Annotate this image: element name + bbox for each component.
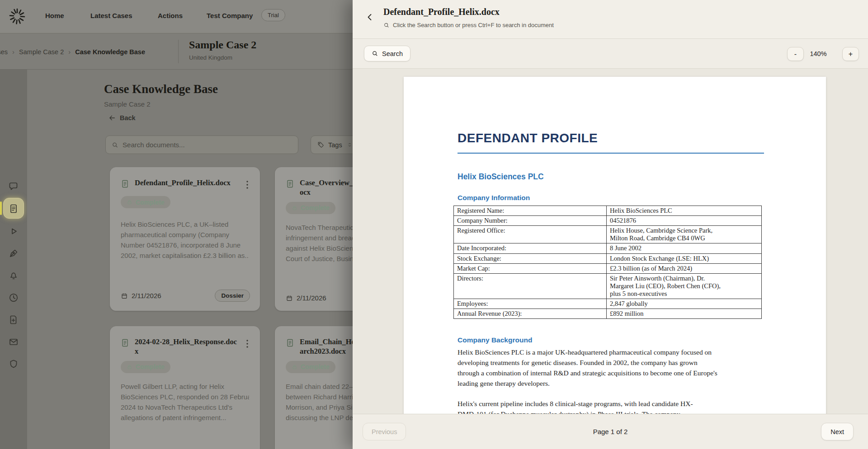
search-input[interactable]: [123, 141, 292, 149]
nav-item-latest-cases[interactable]: Latest Cases: [90, 12, 132, 19]
viewer-header: Defendant_Profile_Helix.docx Click the S…: [353, 0, 868, 39]
page-indicator: Page 1 of 2: [353, 428, 868, 435]
breadcrumb-separator: ›: [12, 48, 14, 56]
zoom-level: 140%: [807, 50, 830, 57]
file-icon: [286, 179, 294, 189]
pen-icon[interactable]: [8, 248, 19, 259]
breadcrumb: Cases › Sample Case 2 › Case Knowledge B…: [0, 48, 145, 56]
status-badge: Complete: [286, 361, 335, 373]
tags-label: Tags: [328, 141, 342, 149]
back-label: Back: [120, 114, 136, 122]
viewer-footer: Previous Page 1 of 2 Next: [353, 414, 868, 449]
document-card[interactable]: Defendant_Profile_Helix.docx Complete He…: [110, 167, 260, 311]
back-link[interactable]: Back: [108, 114, 136, 122]
documents-icon[interactable]: [8, 203, 19, 214]
table-row: Employees:2,847 globally: [454, 299, 762, 309]
document-title: 2024-02-28_Helix_Response.docx: [135, 337, 247, 356]
nav-item-test-company[interactable]: Test Company: [207, 12, 253, 19]
lock-icon: [127, 199, 132, 205]
play-icon[interactable]: [8, 226, 19, 237]
company-information-table: Registered Name:Helix BioSciences PLC Co…: [453, 206, 762, 319]
close-viewer-button[interactable]: [364, 12, 375, 23]
status-badge: Complete: [286, 202, 335, 214]
app-logo-icon[interactable]: [8, 7, 26, 25]
sort-chevrons-icon: [347, 142, 353, 148]
card-menu-button[interactable]: [244, 180, 251, 190]
chat-icon[interactable]: [8, 181, 19, 192]
mail-icon[interactable]: [8, 337, 19, 347]
viewer-search-button[interactable]: Search: [364, 46, 410, 61]
document-viewport[interactable]: DEFENDANT PROFILE Helix BioSciences PLC …: [353, 69, 868, 414]
table-row: Date Incorporated:8 June 2002: [454, 243, 762, 253]
doc-company-heading: Helix BioSciences PLC: [458, 172, 544, 182]
tag-icon: [317, 141, 325, 149]
document-summary: Powell Gilbert LLP, acting for HelixBioS…: [121, 381, 249, 423]
doc-title-rule: [458, 153, 764, 154]
file-icon: [121, 338, 129, 348]
document-tag[interactable]: Dossier: [215, 290, 250, 302]
breadcrumb-separator: ›: [68, 48, 71, 56]
document-date: 2/11/2026: [286, 294, 326, 302]
doc-heading-title: DEFENDANT PROFILE: [458, 131, 598, 145]
chevron-left-icon: [364, 12, 375, 23]
table-row: Market Cap:£2.3 billion (as of March 202…: [454, 263, 762, 273]
divider: [178, 40, 179, 63]
breadcrumb-current-page: Case Knowledge Base: [75, 48, 145, 56]
doc-section-company-information: Company Information: [458, 194, 530, 202]
viewer-document-title: Defendant_Profile_Helix.docx: [383, 7, 500, 17]
bell-icon[interactable]: [8, 270, 19, 281]
table-row: Directors:Sir Peter Ainsworth (Chairman)…: [454, 273, 762, 299]
table-row: Registered Office:Helix House, Cambridge…: [454, 226, 762, 243]
search-icon: [383, 22, 390, 28]
search-icon: [112, 141, 118, 149]
trial-badge: Trial: [261, 9, 285, 21]
table-row: Annual Revenue (2023):£892 million: [454, 309, 762, 319]
document-search-field[interactable]: [105, 136, 298, 154]
nav-item-actions[interactable]: Actions: [158, 12, 183, 19]
calendar-icon: [121, 292, 128, 299]
case-region: United Kingdom: [189, 54, 232, 61]
doc-section-company-background: Company Background: [458, 336, 532, 344]
page-title: Case Knowledge Base: [104, 82, 218, 96]
card-menu-button[interactable]: [244, 339, 251, 349]
calendar-icon: [286, 295, 293, 302]
document-viewer-panel: Defendant_Profile_Helix.docx Click the S…: [353, 0, 868, 449]
nav-item-home[interactable]: Home: [45, 12, 64, 19]
file-icon: [286, 338, 294, 348]
file-icon: [121, 179, 129, 189]
search-icon: [372, 50, 378, 57]
table-row: Company Number:04521876: [454, 216, 762, 226]
status-badge: Complete: [121, 196, 170, 208]
doc-paragraph: Helix BioSciences PLC is a major UK-head…: [458, 347, 717, 388]
breadcrumb-cases[interactable]: Cases: [0, 48, 8, 56]
next-page-button[interactable]: Next: [821, 423, 854, 440]
case-title: Sample Case 2: [189, 39, 256, 51]
document-page: DEFENDANT PROFILE Helix BioSciences PLC …: [404, 77, 826, 414]
zoom-out-button[interactable]: -: [787, 47, 804, 61]
screen: Home Latest Cases Actions Test Company T…: [0, 0, 868, 449]
lock-icon: [292, 364, 297, 370]
arrow-left-icon: [108, 114, 116, 122]
viewer-search-hint: Click the Search button or press Ctrl+F …: [383, 22, 554, 28]
lock-icon: [292, 205, 297, 211]
lock-icon: [127, 364, 132, 370]
table-row: Stock Exchange:London Stock Exchange (LS…: [454, 253, 762, 263]
file-plus-icon[interactable]: [8, 314, 19, 325]
viewer-toolbar: Search - 140% +: [353, 39, 868, 69]
document-summary: Helix BioSciences PLC, a UK–listedpharma…: [121, 219, 249, 261]
sidebar-rail: [0, 70, 27, 449]
breadcrumb-case[interactable]: Sample Case 2: [19, 48, 64, 56]
sidebar-active-indicator: [0, 201, 2, 215]
status-badge: Complete: [121, 361, 170, 373]
table-row: Registered Name:Helix BioSciences PLC: [454, 206, 762, 216]
shield-icon[interactable]: [8, 359, 19, 369]
zoom-in-button[interactable]: +: [842, 47, 859, 61]
document-title: Defendant_Profile_Helix.docx: [135, 178, 247, 189]
page-subtitle: Sample Case 2: [104, 100, 151, 108]
document-date: 2/11/2026: [121, 292, 161, 299]
doc-paragraph: Helix's current pipeline includes 8 clin…: [458, 398, 693, 414]
document-card[interactable]: 2024-02-28_Helix_Response.docx Complete …: [110, 326, 260, 449]
clock-icon[interactable]: [8, 292, 19, 303]
